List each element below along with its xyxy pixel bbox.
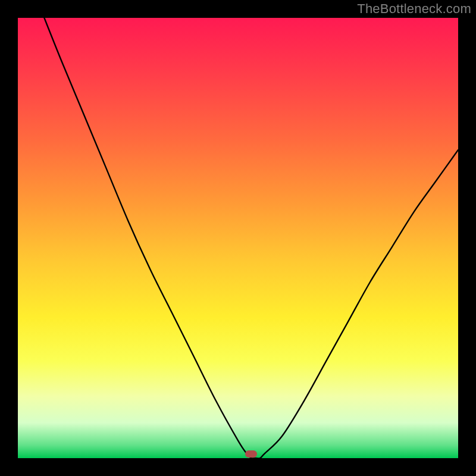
optimum-marker [245,450,257,458]
watermark-text: TheBottleneck.com [357,1,471,17]
chart-frame: TheBottleneck.com [0,0,476,476]
bottleneck-curve [18,18,458,458]
plot-area [18,18,458,458]
